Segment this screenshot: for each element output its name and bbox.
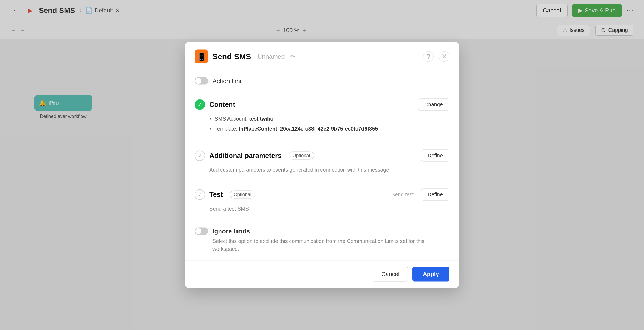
additional-params-title: Additional parameters (209, 152, 282, 160)
sms-account-label: SMS Account: (215, 116, 249, 122)
additional-params-description: Add custom parameters to events generate… (209, 166, 449, 174)
content-check-icon: ✓ (195, 99, 205, 110)
test-section-title: Test (209, 191, 223, 199)
edit-name-icon[interactable]: ✏ (290, 53, 295, 60)
ignore-limits-toggle[interactable] (195, 228, 208, 235)
ignore-limits-row: Ignore limits Select this option to excl… (195, 228, 449, 253)
test-section-header: ✓ Test Optional Send test Define (195, 189, 449, 201)
send-sms-modal: 📱 Send SMS Unnamed ✏ ? ✕ Action limit ✓ … (185, 42, 459, 288)
test-section-action: Send test Define (392, 189, 449, 201)
modal-title: Send SMS (212, 52, 251, 61)
ignore-limits-title: Ignore limits (212, 228, 449, 235)
sms-account-value: test twilio (249, 116, 273, 122)
action-limit-toggle[interactable] (195, 77, 208, 85)
test-optional-badge: Optional (230, 191, 255, 199)
additional-params-define-button[interactable]: Define (421, 150, 449, 162)
modal-body: Action limit ✓ Content Change SMS Accoun… (185, 71, 459, 260)
ignore-limits-section: Ignore limits Select this option to excl… (185, 220, 459, 260)
test-section: ✓ Test Optional Send test Define Send a … (185, 181, 459, 220)
close-modal-button[interactable]: ✕ (439, 51, 449, 62)
additional-params-section: ✓ Additional parameters Optional Define … (185, 142, 459, 181)
content-section-header: ✓ Content Change (195, 99, 449, 111)
modal-header-actions: ? ✕ (423, 51, 449, 62)
ignore-limits-text: Ignore limits Select this option to excl… (212, 228, 449, 253)
sms-account-item: SMS Account: test twilio (215, 115, 449, 123)
action-limit-label: Action limit (212, 77, 243, 85)
action-limit-row: Action limit (185, 71, 459, 91)
modal-name: Unnamed (257, 53, 285, 60)
content-section-action: Change (418, 99, 449, 111)
send-test-link[interactable]: Send test (392, 192, 414, 198)
modal-header: 📱 Send SMS Unnamed ✏ ? ✕ (185, 42, 459, 71)
test-section-description: Send a test SMS (209, 205, 449, 213)
modal-apply-button[interactable]: Apply (412, 267, 449, 282)
sms-modal-icon: 📱 (195, 50, 208, 63)
template-label: Template: (215, 126, 239, 132)
additional-params-action: Define (421, 150, 449, 162)
content-section-title: Content (209, 101, 235, 109)
help-button[interactable]: ? (423, 51, 434, 62)
modal-cancel-button[interactable]: Cancel (373, 267, 408, 282)
additional-params-header: ✓ Additional parameters Optional Define (195, 150, 449, 162)
change-button[interactable]: Change (418, 99, 449, 111)
test-define-button[interactable]: Define (421, 189, 449, 201)
ignore-limits-description: Select this option to exclude this commu… (212, 237, 449, 253)
content-summary-list: SMS Account: test twilio Template: InPla… (209, 115, 449, 133)
test-check: ✓ (195, 189, 205, 200)
content-section: ✓ Content Change SMS Account: test twili… (185, 91, 459, 142)
additional-params-optional-badge: Optional (289, 152, 314, 160)
modal-footer: Cancel Apply (185, 260, 459, 288)
template-item: Template: InPlaceContent_20ca124e-c38f-4… (215, 125, 449, 133)
additional-params-check: ✓ (195, 150, 205, 161)
template-value: InPlaceContent_20ca124e-c38f-42e2-9b75-e… (239, 126, 378, 132)
